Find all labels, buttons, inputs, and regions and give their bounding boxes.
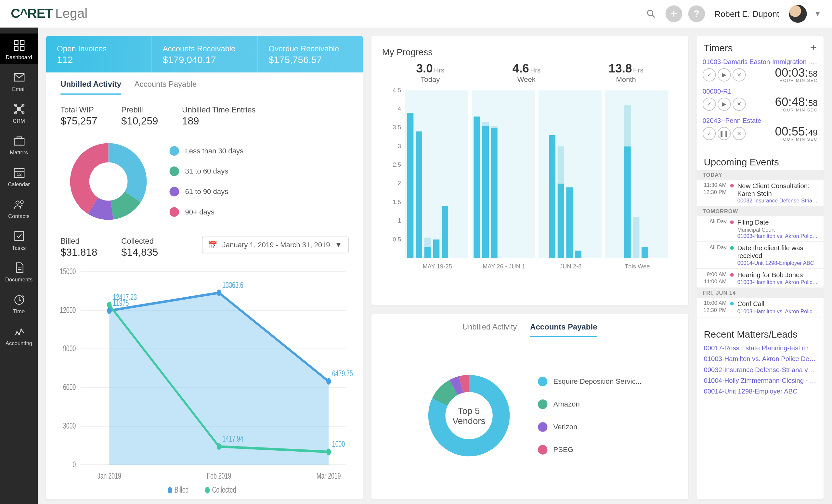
timer-cancel-button[interactable]: ✕ <box>732 97 746 110</box>
tab-accounts payable[interactable]: Accounts Payable <box>530 322 597 337</box>
svg-text:4.5: 4.5 <box>393 87 401 94</box>
svg-rect-79 <box>442 206 448 258</box>
recent-matter-link[interactable]: 00017-Ross Estate Planning-test rrr <box>704 343 816 353</box>
add-timer-button[interactable]: + <box>810 42 816 55</box>
event-matter-link[interactable]: 01003-Hamilton vs. Akron Police Departn <box>737 279 819 285</box>
event-item[interactable]: All Day Date the client file was receive… <box>697 242 824 269</box>
svg-rect-90 <box>558 184 564 258</box>
avatar[interactable] <box>789 5 807 23</box>
svg-rect-89 <box>549 135 555 258</box>
event-color-dot <box>730 302 734 306</box>
svg-point-54 <box>107 301 111 308</box>
event-item[interactable]: 9:00 AM11:00 AM Hearing for Bob Jones 01… <box>697 269 824 288</box>
metric-prebill: Prebill$10,259 <box>121 105 158 127</box>
svg-rect-93 <box>575 250 581 258</box>
svg-point-62 <box>205 487 210 493</box>
events-header: Upcoming Events <box>697 151 824 170</box>
kpi-overdue receivable[interactable]: Overdue Receivable$175,756.57 <box>258 36 363 73</box>
event-matter-link[interactable]: 00014-Unit 1298-Employer ABC <box>737 260 819 266</box>
timer-play-button[interactable]: ▶ <box>718 97 731 110</box>
documents-icon <box>12 261 26 275</box>
svg-line-29 <box>19 300 21 301</box>
svg-point-22 <box>16 201 19 204</box>
recent-matter-link[interactable]: 01003-Hamilton vs. Akron Police Departme… <box>704 353 816 364</box>
date-range-picker[interactable]: 📅 January 1, 2019 - March 31, 2019 ▼ <box>202 237 349 254</box>
svg-rect-4 <box>14 41 18 45</box>
svg-text:2.5: 2.5 <box>393 161 401 168</box>
progress-stat-today: 3.0HrsToday <box>416 62 444 84</box>
recent-matter-link[interactable]: 00014-Unit 1298-Employer ABC <box>704 386 816 396</box>
timer-matter-link[interactable]: 00000-R1 <box>703 87 818 95</box>
svg-rect-86 <box>491 126 498 128</box>
tasks-icon <box>12 229 26 243</box>
svg-text:Billed: Billed <box>175 485 188 494</box>
svg-line-1 <box>652 15 654 18</box>
user-menu-chevron-icon[interactable]: ▼ <box>814 9 821 18</box>
right-panel: ▸ Timers + 01003-Damaris Easton-Immigrat… <box>697 36 824 500</box>
legend-item: 61 to 90 days <box>170 187 243 196</box>
svg-rect-6 <box>14 47 18 50</box>
progress-stat-week: 4.6HrsWeek <box>513 62 541 84</box>
svg-text:1.5: 1.5 <box>393 198 401 205</box>
event-item[interactable]: All Day Filing Date Municipal Court 0100… <box>697 216 824 242</box>
tab-unbilled activity[interactable]: Unbilled Activity <box>60 80 121 95</box>
svg-text:2: 2 <box>398 180 401 187</box>
timer-matter-link[interactable]: 02043--Penn Estate <box>703 117 818 124</box>
timer-complete-button[interactable]: ✓ <box>703 127 716 140</box>
sidebar-item-tasks[interactable]: Tasks <box>0 224 38 255</box>
recent-matter-link[interactable]: 01004-Holly Zimmermann-Closing - 2619 Gl… <box>704 375 816 386</box>
svg-point-58 <box>326 448 331 455</box>
search-button[interactable] <box>643 5 659 22</box>
svg-text:1417.94: 1417.94 <box>222 434 243 444</box>
svg-text:MAY 26 - JUN 1: MAY 26 - JUN 1 <box>483 263 525 270</box>
svg-rect-76 <box>424 247 431 258</box>
kpi-accounts receivable[interactable]: Accounts Receivable$179,040.17 <box>152 36 258 73</box>
svg-text:Collected: Collected <box>212 485 236 494</box>
sidebar-item-calendar[interactable]: 12Calendar <box>0 161 38 191</box>
legend-item: Amazon <box>538 399 642 408</box>
kpi-open invoices[interactable]: Open Invoices112 <box>46 36 152 73</box>
sidebar-item-email[interactable]: Email <box>0 65 38 96</box>
tab-accounts payable[interactable]: Accounts Payable <box>134 80 197 95</box>
timer-complete-button[interactable]: ✓ <box>703 68 716 81</box>
timer-cancel-button[interactable]: ✕ <box>732 127 746 140</box>
svg-rect-99 <box>642 247 648 258</box>
sidebar-item-time[interactable]: Time <box>0 288 38 318</box>
sidebar-item-accounting[interactable]: Accounting <box>0 319 38 350</box>
add-button[interactable] <box>665 5 682 22</box>
timer-matter-link[interactable]: 01003-Damaris Easton-Immigration - Damar… <box>703 58 818 65</box>
timer-item: 00000-R1 ✓ ▶ ✕ 60:48:58 HOUR MIN SEC <box>697 86 824 115</box>
svg-rect-97 <box>624 105 631 146</box>
recent-matter-link[interactable]: 00032-Insurance Defense-Striana vs. Ambe… <box>704 364 816 375</box>
help-button[interactable]: ? <box>688 5 705 22</box>
svg-text:MAY 19-25: MAY 19-25 <box>422 263 452 270</box>
svg-text:6000: 6000 <box>63 382 76 392</box>
legend-item: 31 to 60 days <box>170 166 243 176</box>
svg-rect-5 <box>20 41 24 45</box>
sidebar-item-documents[interactable]: Documents <box>0 256 38 286</box>
timers-header: Timers + <box>697 36 824 57</box>
svg-text:3.5: 3.5 <box>393 124 401 131</box>
sidebar-item-crm[interactable]: CRM <box>0 97 38 128</box>
crm-icon <box>12 102 26 116</box>
sidebar-item-matters[interactable]: Matters <box>0 129 38 159</box>
svg-rect-24 <box>15 232 23 240</box>
timer-pause-button[interactable]: ❚❚ <box>718 127 731 140</box>
timer-play-button[interactable]: ▶ <box>718 68 731 81</box>
timer-elapsed: 00:03:58 HOUR MIN SEC <box>775 67 817 83</box>
accounting-icon <box>12 324 26 338</box>
tab-unbilled activity[interactable]: Unbilled Activity <box>463 322 517 337</box>
timer-cancel-button[interactable]: ✕ <box>732 68 746 81</box>
timer-complete-button[interactable]: ✓ <box>703 97 716 110</box>
sidebar-item-dashboard[interactable]: Dashboard <box>0 33 38 64</box>
svg-text:Jan 2019: Jan 2019 <box>98 471 121 481</box>
svg-point-0 <box>647 10 653 16</box>
event-item[interactable]: 10:00 AM12:30 PM Conf Call 01003-Hamilto… <box>697 298 824 317</box>
sidebar-item-contacts[interactable]: Contacts <box>0 192 38 223</box>
event-matter-link[interactable]: 00032-Insurance Defense-Striana vs. Aml <box>737 198 819 204</box>
event-matter-link[interactable]: 01003-Hamilton vs. Akron Police Departn <box>737 233 819 239</box>
event-matter-link[interactable]: 01003-Hamilton vs. Akron Police Departn <box>737 308 819 314</box>
user-name[interactable]: Robert E. Dupont <box>715 9 779 19</box>
app-header: C^RET Legal ? Robert E. Dupont ▼ <box>0 0 832 28</box>
event-item[interactable]: 11:30 AM12:30 PM New Client Consultation… <box>697 180 824 207</box>
